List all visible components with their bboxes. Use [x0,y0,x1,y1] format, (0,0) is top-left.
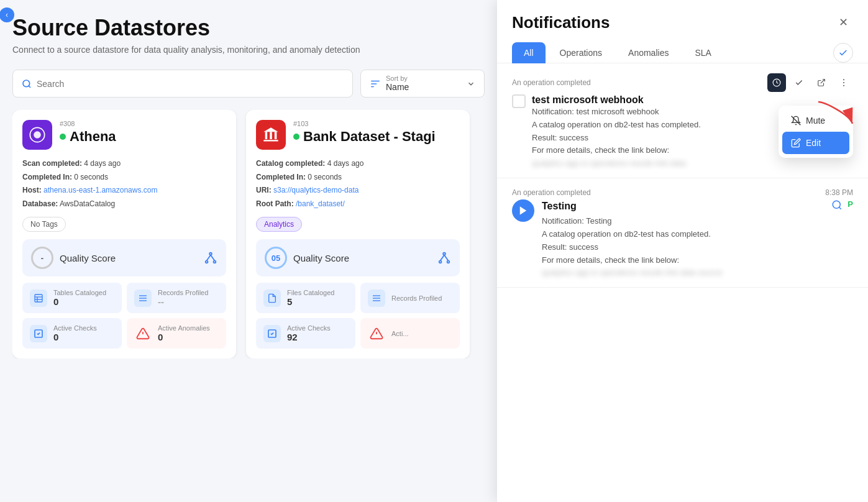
svg-point-27 [439,261,442,263]
root-path-link[interactable]: /bank_dataset/ [296,199,345,208]
notif-item-1: An operation completed [497,63,868,178]
notifications-panel: Notifications ✕ All Operations Anomalies… [497,0,868,502]
stat-active-anomalies: Active Anomalies 0 [127,318,226,349]
sort-value: Name [386,82,409,92]
card-id: #103 [293,120,436,127]
stat-active-checks: Active Checks 0 [22,318,122,349]
svg-line-10 [211,255,214,261]
qs-left: - Quality Score [31,247,116,269]
arrow-indicator [812,96,862,133]
back-button[interactable]: ‹ [0,7,14,22]
sort-icon [370,78,381,89]
qs-circle: 05 [265,247,287,269]
edit-label: Edit [806,138,821,148]
stat-info: Files Cataloged 5 [287,289,334,307]
notif-second-row: Testing P Notification: Testing [512,199,853,277]
notif-content: test microsoft webhook Notification: tes… [532,94,701,168]
qs-circle: - [31,247,53,269]
notifications-title: Notifications [512,13,610,32]
external-link-button[interactable] [812,73,831,92]
card-header: #308 Athena [22,120,226,150]
uri-link[interactable]: s3a://qualytics-demo-data [273,186,359,194]
search-icon [22,79,32,89]
svg-line-30 [444,255,448,261]
stat-label: Active Anomalies [158,324,210,332]
status-dot [60,134,66,140]
stat-info: Records Profiled [391,294,442,302]
svg-line-29 [441,255,444,261]
svg-marker-44 [520,206,527,215]
file-icon [263,290,281,307]
notif-item-title-2: Testing [542,201,577,212]
analytics-badge: Analytics [256,217,302,232]
notif-tabs: All Operations Anomalies SLA [512,42,853,63]
more-button[interactable] [834,73,853,92]
records-icon [134,290,152,307]
host-link[interactable]: athena.us-east-1.amazonaws.com [43,186,157,194]
stats-grid-bank: Files Cataloged 5 Records Profiled [256,283,460,349]
stat-active-anomalies-bank: Acti... [360,318,460,349]
datastore-card-athena: #308 Athena Scan completed: 4 days ago C… [12,110,236,358]
notif-title-row: Notifications ✕ [512,12,853,32]
stat-label: Records Profiled [391,294,442,302]
search-box[interactable] [12,70,353,98]
cards-container: #308 Athena Scan completed: 4 days ago C… [12,110,485,358]
svg-point-7 [206,261,208,263]
notif-body-text-2: Notification: Testing A catalog operatio… [542,215,853,267]
svg-line-38 [821,80,825,83]
check-button[interactable] [790,73,808,92]
svg-rect-21 [265,132,268,139]
card-meta: Catalog completed: 4 days ago Completed … [256,157,460,211]
chevron-down-icon [467,80,475,88]
stat-value: 0 [53,332,97,342]
tab-sla[interactable]: SLA [683,42,723,63]
card-id: #308 [60,120,116,127]
sort-label: Sort by [386,75,409,82]
svg-point-39 [843,79,844,80]
tab-all[interactable]: All [512,42,546,63]
qs-label: Quality Score [60,253,116,263]
qs-label: Quality Score [293,253,349,263]
notif-content-2: Testing P Notification: Testing [542,199,853,277]
network-icon [437,251,451,265]
card-info: #103 Bank Dataset - Stagi [293,120,436,145]
notif-body: An operation completed [497,63,868,502]
notif-checkbox[interactable] [512,94,526,108]
stat-label: Active Checks [53,324,97,332]
card-info: #308 Athena [60,120,116,145]
svg-point-28 [447,261,450,263]
checks-icon [30,325,47,342]
p-badge: P [847,199,853,212]
clock-button[interactable] [767,73,786,92]
stat-files-cataloged: Files Cataloged 5 [256,283,355,313]
page-title: Source Datastores [12,15,485,41]
stat-label: Files Cataloged [287,289,334,296]
svg-point-5 [34,131,41,139]
toolbar: Sort by Name [12,70,485,98]
close-button[interactable]: ✕ [833,12,853,32]
notif-body-text: Notification: test microsoft webhook A c… [532,106,701,157]
stat-label: Tables Cataloged [53,289,106,296]
svg-line-1 [29,86,30,88]
warning-icon [134,325,152,342]
card-title: Bank Dataset - Stagi [293,129,436,145]
notif-item-2: An operation completed 8:38 PM Testing [497,178,868,288]
stat-info: Active Checks 92 [287,324,331,342]
notif-item-title: test microsoft webhook [532,94,701,106]
tab-anomalies[interactable]: Anomalies [616,42,680,63]
svg-point-8 [214,261,216,263]
read-all-button[interactable] [833,43,853,63]
edit-option[interactable]: Edit [782,132,849,154]
tab-operations[interactable]: Operations [548,42,614,63]
stat-info: Active Checks 0 [53,324,97,342]
stat-value: 0 [158,332,210,342]
svg-rect-22 [270,132,272,139]
stat-label: Records Profiled [158,289,208,296]
notif-blur-link-2: qualytics app io operations results link… [542,268,853,277]
q-badge [831,199,843,212]
svg-point-26 [443,253,445,255]
no-tags-badge: No Tags [22,217,66,232]
stat-value: 92 [287,332,331,342]
search-input[interactable] [37,79,344,89]
sort-box[interactable]: Sort by Name [360,70,485,98]
